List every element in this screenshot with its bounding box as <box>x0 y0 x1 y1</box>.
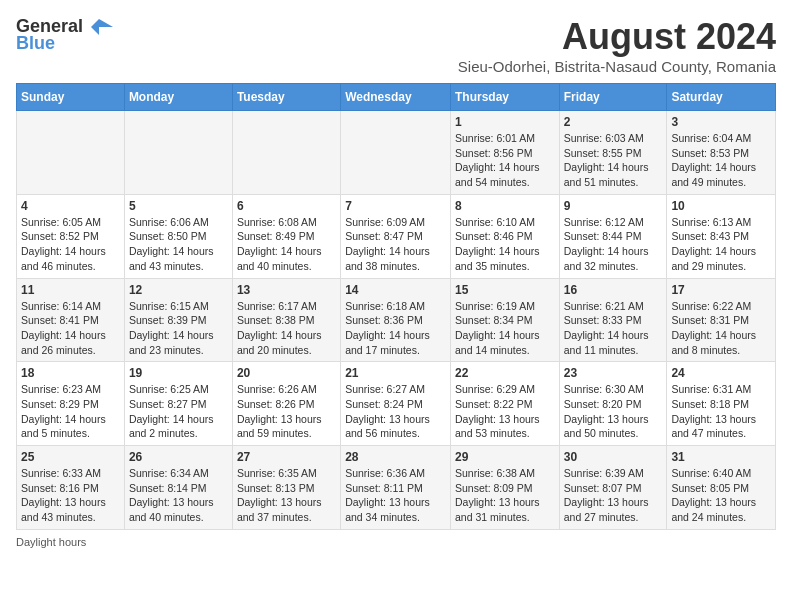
day-number: 21 <box>345 366 446 380</box>
calendar-cell: 14Sunrise: 6:18 AMSunset: 8:36 PMDayligh… <box>341 278 451 362</box>
day-number: 4 <box>21 199 120 213</box>
day-number: 16 <box>564 283 663 297</box>
day-number: 24 <box>671 366 771 380</box>
day-info: Sunrise: 6:26 AMSunset: 8:26 PMDaylight:… <box>237 382 336 441</box>
calendar-cell <box>124 111 232 195</box>
calendar-cell: 22Sunrise: 6:29 AMSunset: 8:22 PMDayligh… <box>450 362 559 446</box>
day-number: 25 <box>21 450 120 464</box>
day-number: 31 <box>671 450 771 464</box>
day-number: 2 <box>564 115 663 129</box>
day-info: Sunrise: 6:15 AMSunset: 8:39 PMDaylight:… <box>129 299 228 358</box>
day-number: 1 <box>455 115 555 129</box>
day-number: 13 <box>237 283 336 297</box>
day-number: 12 <box>129 283 228 297</box>
day-info: Sunrise: 6:03 AMSunset: 8:55 PMDaylight:… <box>564 131 663 190</box>
day-number: 22 <box>455 366 555 380</box>
logo: General Blue <box>16 16 113 54</box>
day-info: Sunrise: 6:01 AMSunset: 8:56 PMDaylight:… <box>455 131 555 190</box>
calendar-day-header: Thursday <box>450 84 559 111</box>
calendar-cell: 9Sunrise: 6:12 AMSunset: 8:44 PMDaylight… <box>559 194 667 278</box>
calendar-cell: 21Sunrise: 6:27 AMSunset: 8:24 PMDayligh… <box>341 362 451 446</box>
day-number: 7 <box>345 199 446 213</box>
calendar-cell: 19Sunrise: 6:25 AMSunset: 8:27 PMDayligh… <box>124 362 232 446</box>
calendar-week-row: 25Sunrise: 6:33 AMSunset: 8:16 PMDayligh… <box>17 446 776 530</box>
day-info: Sunrise: 6:25 AMSunset: 8:27 PMDaylight:… <box>129 382 228 441</box>
svg-marker-0 <box>99 19 113 27</box>
day-info: Sunrise: 6:36 AMSunset: 8:11 PMDaylight:… <box>345 466 446 525</box>
calendar-cell: 7Sunrise: 6:09 AMSunset: 8:47 PMDaylight… <box>341 194 451 278</box>
day-info: Sunrise: 6:04 AMSunset: 8:53 PMDaylight:… <box>671 131 771 190</box>
day-info: Sunrise: 6:31 AMSunset: 8:18 PMDaylight:… <box>671 382 771 441</box>
day-number: 29 <box>455 450 555 464</box>
calendar-cell: 4Sunrise: 6:05 AMSunset: 8:52 PMDaylight… <box>17 194 125 278</box>
calendar-week-row: 11Sunrise: 6:14 AMSunset: 8:41 PMDayligh… <box>17 278 776 362</box>
day-info: Sunrise: 6:34 AMSunset: 8:14 PMDaylight:… <box>129 466 228 525</box>
calendar-cell: 29Sunrise: 6:38 AMSunset: 8:09 PMDayligh… <box>450 446 559 530</box>
day-number: 10 <box>671 199 771 213</box>
calendar-cell: 25Sunrise: 6:33 AMSunset: 8:16 PMDayligh… <box>17 446 125 530</box>
title-area: August 2024 Sieu-Odorhei, Bistrita-Nasau… <box>458 16 776 75</box>
day-info: Sunrise: 6:22 AMSunset: 8:31 PMDaylight:… <box>671 299 771 358</box>
day-info: Sunrise: 6:27 AMSunset: 8:24 PMDaylight:… <box>345 382 446 441</box>
day-number: 17 <box>671 283 771 297</box>
day-number: 23 <box>564 366 663 380</box>
calendar-week-row: 4Sunrise: 6:05 AMSunset: 8:52 PMDaylight… <box>17 194 776 278</box>
calendar-cell: 31Sunrise: 6:40 AMSunset: 8:05 PMDayligh… <box>667 446 776 530</box>
calendar-week-row: 1Sunrise: 6:01 AMSunset: 8:56 PMDaylight… <box>17 111 776 195</box>
day-info: Sunrise: 6:40 AMSunset: 8:05 PMDaylight:… <box>671 466 771 525</box>
calendar-cell: 8Sunrise: 6:10 AMSunset: 8:46 PMDaylight… <box>450 194 559 278</box>
calendar-cell: 1Sunrise: 6:01 AMSunset: 8:56 PMDaylight… <box>450 111 559 195</box>
day-info: Sunrise: 6:14 AMSunset: 8:41 PMDaylight:… <box>21 299 120 358</box>
calendar-cell: 23Sunrise: 6:30 AMSunset: 8:20 PMDayligh… <box>559 362 667 446</box>
day-info: Sunrise: 6:33 AMSunset: 8:16 PMDaylight:… <box>21 466 120 525</box>
day-info: Sunrise: 6:18 AMSunset: 8:36 PMDaylight:… <box>345 299 446 358</box>
calendar-cell <box>341 111 451 195</box>
calendar-cell: 11Sunrise: 6:14 AMSunset: 8:41 PMDayligh… <box>17 278 125 362</box>
header-area: General Blue August 2024 Sieu-Odorhei, B… <box>16 16 776 75</box>
day-info: Sunrise: 6:05 AMSunset: 8:52 PMDaylight:… <box>21 215 120 274</box>
day-number: 11 <box>21 283 120 297</box>
calendar-cell: 10Sunrise: 6:13 AMSunset: 8:43 PMDayligh… <box>667 194 776 278</box>
day-number: 20 <box>237 366 336 380</box>
day-info: Sunrise: 6:17 AMSunset: 8:38 PMDaylight:… <box>237 299 336 358</box>
calendar-cell: 6Sunrise: 6:08 AMSunset: 8:49 PMDaylight… <box>232 194 340 278</box>
calendar-week-row: 18Sunrise: 6:23 AMSunset: 8:29 PMDayligh… <box>17 362 776 446</box>
day-number: 15 <box>455 283 555 297</box>
day-info: Sunrise: 6:08 AMSunset: 8:49 PMDaylight:… <box>237 215 336 274</box>
calendar-cell: 27Sunrise: 6:35 AMSunset: 8:13 PMDayligh… <box>232 446 340 530</box>
calendar-cell: 16Sunrise: 6:21 AMSunset: 8:33 PMDayligh… <box>559 278 667 362</box>
day-info: Sunrise: 6:30 AMSunset: 8:20 PMDaylight:… <box>564 382 663 441</box>
day-info: Sunrise: 6:38 AMSunset: 8:09 PMDaylight:… <box>455 466 555 525</box>
calendar-cell: 15Sunrise: 6:19 AMSunset: 8:34 PMDayligh… <box>450 278 559 362</box>
day-number: 9 <box>564 199 663 213</box>
day-info: Sunrise: 6:10 AMSunset: 8:46 PMDaylight:… <box>455 215 555 274</box>
day-number: 19 <box>129 366 228 380</box>
calendar-day-header: Friday <box>559 84 667 111</box>
day-number: 6 <box>237 199 336 213</box>
day-number: 3 <box>671 115 771 129</box>
logo-blue-text: Blue <box>16 33 55 54</box>
page-title: August 2024 <box>458 16 776 58</box>
calendar-cell: 3Sunrise: 6:04 AMSunset: 8:53 PMDaylight… <box>667 111 776 195</box>
calendar-cell: 2Sunrise: 6:03 AMSunset: 8:55 PMDaylight… <box>559 111 667 195</box>
day-number: 18 <box>21 366 120 380</box>
calendar-day-header: Wednesday <box>341 84 451 111</box>
day-number: 28 <box>345 450 446 464</box>
calendar-cell: 20Sunrise: 6:26 AMSunset: 8:26 PMDayligh… <box>232 362 340 446</box>
day-info: Sunrise: 6:13 AMSunset: 8:43 PMDaylight:… <box>671 215 771 274</box>
day-info: Sunrise: 6:35 AMSunset: 8:13 PMDaylight:… <box>237 466 336 525</box>
footer-note: Daylight hours <box>16 536 776 548</box>
calendar-day-header: Saturday <box>667 84 776 111</box>
day-info: Sunrise: 6:12 AMSunset: 8:44 PMDaylight:… <box>564 215 663 274</box>
day-number: 8 <box>455 199 555 213</box>
day-info: Sunrise: 6:23 AMSunset: 8:29 PMDaylight:… <box>21 382 120 441</box>
calendar-cell: 30Sunrise: 6:39 AMSunset: 8:07 PMDayligh… <box>559 446 667 530</box>
calendar-header-row: SundayMondayTuesdayWednesdayThursdayFrid… <box>17 84 776 111</box>
day-info: Sunrise: 6:09 AMSunset: 8:47 PMDaylight:… <box>345 215 446 274</box>
calendar-cell: 28Sunrise: 6:36 AMSunset: 8:11 PMDayligh… <box>341 446 451 530</box>
day-info: Sunrise: 6:21 AMSunset: 8:33 PMDaylight:… <box>564 299 663 358</box>
calendar-cell: 5Sunrise: 6:06 AMSunset: 8:50 PMDaylight… <box>124 194 232 278</box>
calendar-day-header: Sunday <box>17 84 125 111</box>
calendar-cell: 26Sunrise: 6:34 AMSunset: 8:14 PMDayligh… <box>124 446 232 530</box>
calendar-cell: 24Sunrise: 6:31 AMSunset: 8:18 PMDayligh… <box>667 362 776 446</box>
